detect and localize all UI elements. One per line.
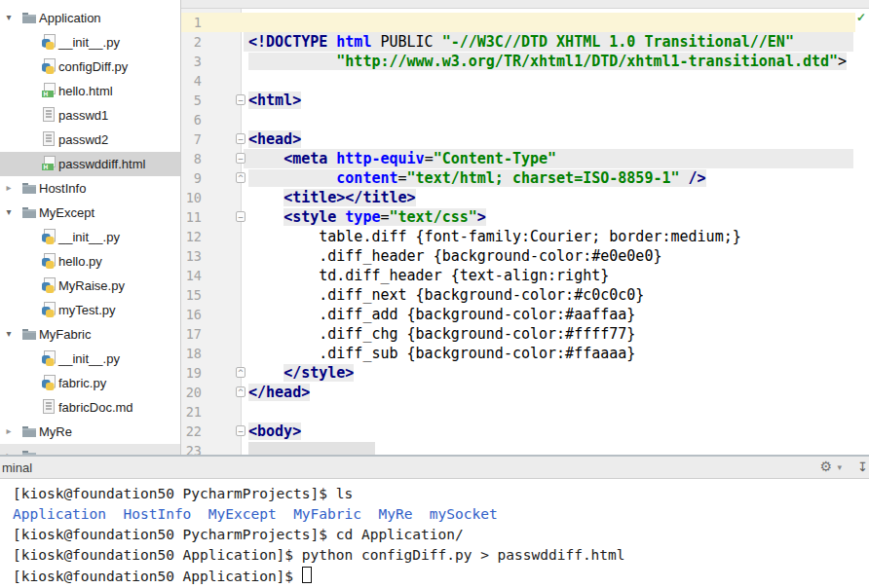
tree-item-label: passwd1 <box>58 107 108 124</box>
terminal-line: [kiosk@foundation50 PycharmProjects]$ cd… <box>13 526 464 544</box>
code-line-12[interactable]: 12 table.diff {font-family:Courier; bord… <box>181 227 869 246</box>
fold-end-icon[interactable]: ^ <box>236 367 246 378</box>
code-line-19[interactable]: 19^ </style> <box>181 363 869 383</box>
tree-item-label: HostInfo <box>39 180 86 197</box>
code-line-22[interactable]: 22−<body> <box>181 422 869 441</box>
line-number: 20 <box>181 383 202 402</box>
gear-icon[interactable]: ⚙ <box>819 459 832 474</box>
tree-item-label: __init__.py <box>58 34 120 51</box>
tree-item-passwddiff-html[interactable]: Hpasswddiff.html <box>0 152 181 176</box>
tree-item-mytest-py[interactable]: myTest.py <box>0 298 181 322</box>
dropdown-arrow-icon[interactable]: ▾ <box>837 462 842 472</box>
code-editor[interactable]: ✓ 12<!DOCTYPE html PUBLIC "-//W3C//DTD X… <box>181 0 869 455</box>
tree-item-passwd2[interactable]: passwd2 <box>0 128 181 152</box>
tree-item-label: MyRaise.py <box>58 277 125 294</box>
code-line-6[interactable]: 6 <box>181 110 869 129</box>
code-text: .diff_add {background-color:#aaffaa} <box>248 305 635 324</box>
code-line-20[interactable]: 20^</head> <box>181 383 869 402</box>
line-number: 18 <box>181 344 202 363</box>
python-file-icon <box>41 375 57 390</box>
code-line-13[interactable]: 13 .diff_header {background-color:#e0e0e… <box>181 246 869 266</box>
folder-icon <box>21 204 37 220</box>
collapse-arrow-icon[interactable]: ▸ <box>3 181 15 195</box>
tree-item-passwd1[interactable]: passwd1 <box>0 103 181 128</box>
python-file-icon <box>41 58 57 74</box>
tree-item-myfabric[interactable]: ▾MyFabric <box>0 322 181 347</box>
tree-item-configdiff-py[interactable]: configDiff.py <box>0 55 181 79</box>
folder-icon <box>21 423 37 439</box>
project-tree-panel[interactable]: ▾Application__init__.pyconfigDiff.pyHhel… <box>0 0 181 455</box>
line-number: 23 <box>181 441 202 455</box>
tree-item-label: hello.py <box>58 253 102 270</box>
editor-tab-strip <box>181 0 869 9</box>
code-line-11[interactable]: 11− <style type="text/css"> <box>181 207 869 227</box>
tree-item-hello-py[interactable]: hello.py <box>0 249 181 274</box>
expand-arrow-icon[interactable]: ▾ <box>3 11 15 24</box>
fold-start-icon[interactable]: − <box>236 94 246 105</box>
tree-item-hello-html[interactable]: Hhello.html <box>0 79 181 103</box>
code-line-16[interactable]: 16 .diff_add {background-color:#aaffaa} <box>181 305 869 324</box>
code-line-23[interactable]: 23 <box>181 441 869 455</box>
code-text: <meta http-equiv="Content-Type" <box>248 149 556 168</box>
code-line-5[interactable]: 5−<html> <box>181 91 869 110</box>
code-line-15[interactable]: 15 .diff_next {background-color:#c0c0c0} <box>181 285 869 305</box>
tree-item-label: passwd2 <box>58 131 108 148</box>
tree-item-myre[interactable]: ▸MyRe <box>0 420 181 444</box>
fold-start-icon[interactable]: − <box>236 133 246 144</box>
tree-item-hostinfo[interactable]: ▸HostInfo <box>0 176 181 201</box>
code-line-21[interactable]: 21 <box>181 402 869 422</box>
tree-item-fabricdoc-md[interactable]: fabricDoc.md <box>0 395 181 420</box>
code-line-17[interactable]: 17 .diff_chg {background-color:#ffff77} <box>181 324 869 344</box>
html-file-icon: H <box>41 83 57 98</box>
tree-item-label: MyFabric <box>39 326 91 343</box>
code-text: .diff_header {background-color:#e0e0e0} <box>248 246 661 266</box>
tree-item-label: MyRe <box>39 423 72 440</box>
collapse-arrow-icon[interactable]: ▸ <box>3 424 15 438</box>
fold-start-icon[interactable]: − <box>236 153 246 164</box>
code-text: .diff_next {background-color:#c0c0c0} <box>248 285 644 305</box>
fold-end-icon[interactable]: ^ <box>236 386 246 397</box>
pycharm-ide-window: ▾Application__init__.pyconfigDiff.pyHhel… <box>0 0 869 588</box>
tree-item-myraise-py[interactable]: MyRaise.py <box>0 274 181 298</box>
fold-start-icon[interactable]: − <box>236 425 246 436</box>
code-line-18[interactable]: 18 .diff_sub {background-color:#ffaaaa} <box>181 344 869 363</box>
tree-item--init-py[interactable]: __init__.py <box>0 347 181 371</box>
code-line-7[interactable]: 7−<head> <box>181 129 869 149</box>
code-line-9[interactable]: 9^ content="text/html; charset=ISO-8859-… <box>181 168 869 188</box>
text-file-icon <box>41 107 57 123</box>
tree-item-fabric-py[interactable]: fabric.py <box>0 371 181 395</box>
tree-item-application[interactable]: ▾Application <box>0 6 181 30</box>
code-text: "http://www.w3.org/TR/xhtml1/DTD/xhtml1-… <box>248 52 847 71</box>
python-file-icon <box>41 34 57 50</box>
code-line-2[interactable]: 2<!DOCTYPE html PUBLIC "-//W3C//DTD XHTM… <box>181 32 869 52</box>
code-text: </style> <box>248 363 354 383</box>
code-line-3[interactable]: 3 "http://www.w3.org/TR/xhtml1/DTD/xhtml… <box>181 52 869 71</box>
code-line-14[interactable]: 14 td.diff_header {text-align:right} <box>181 266 869 285</box>
code-line-8[interactable]: 8− <meta http-equiv="Content-Type" <box>181 149 869 168</box>
tree-item--init-py[interactable]: __init__.py <box>0 225 181 249</box>
code-text: <body> <box>248 422 301 441</box>
line-number: 2 <box>181 32 202 52</box>
python-file-icon <box>41 277 57 293</box>
python-file-icon <box>41 229 57 244</box>
fold-start-icon[interactable]: − <box>236 211 246 222</box>
code-line-4[interactable]: 4 <box>181 71 869 91</box>
hide-panel-icon[interactable]: ↧ <box>857 459 869 474</box>
python-file-icon <box>41 253 57 269</box>
tree-item-myexcept[interactable]: ▾MyExcept <box>0 201 181 225</box>
terminal-output[interactable]: [kiosk@foundation50 PycharmProjects]$ ls… <box>0 479 869 588</box>
expand-arrow-icon[interactable]: ▾ <box>3 327 15 341</box>
tree-item[interactable]: ▸ <box>0 444 181 455</box>
fold-end-icon[interactable]: ^ <box>236 172 246 183</box>
tree-item-label: MyExcept <box>39 204 94 221</box>
line-number: 4 <box>181 71 202 91</box>
code-line-1[interactable]: 1 <box>181 13 869 32</box>
line-number: 15 <box>181 285 202 305</box>
code-text: <head> <box>248 129 301 149</box>
line-number: 8 <box>181 149 202 168</box>
tree-item--init-py[interactable]: __init__.py <box>0 30 181 55</box>
line-number: 22 <box>181 422 202 441</box>
code-line-10[interactable]: 10 <title></title> <box>181 188 869 207</box>
expand-arrow-icon[interactable]: ▾ <box>3 205 15 219</box>
line-number: 6 <box>181 110 202 129</box>
